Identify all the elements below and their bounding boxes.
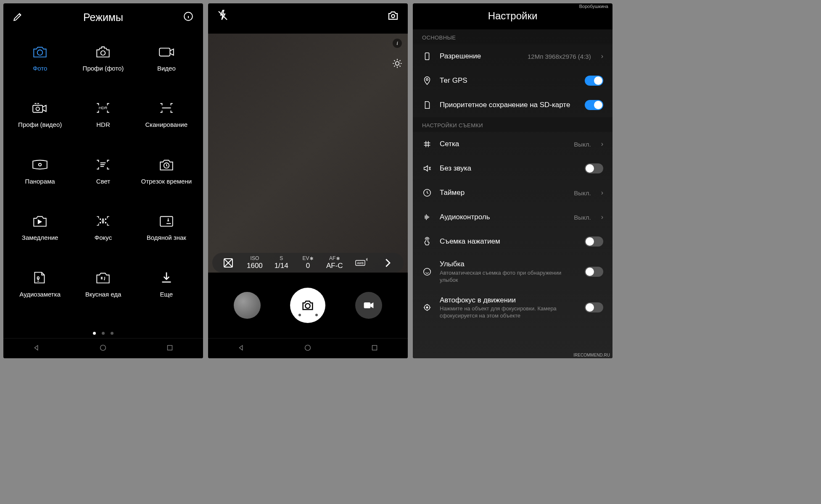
row-autofocus[interactable]: Автофокус в движенииНажмите на объект дл… bbox=[413, 290, 612, 326]
svg-point-21 bbox=[396, 62, 399, 66]
meter-mode[interactable] bbox=[216, 257, 240, 269]
pro-controls: ISO1600 S1/14 EV✻0 AF✻AF-C AWB✻ bbox=[212, 253, 404, 273]
row-timer[interactable]: Таймер Выкл.› bbox=[413, 181, 612, 205]
svg-point-7 bbox=[39, 163, 41, 166]
svg-text:AWB: AWB bbox=[357, 262, 364, 265]
grid-icon bbox=[422, 139, 432, 149]
pro-video-icon bbox=[31, 100, 49, 116]
mode-pro-video[interactable]: Профи (видео) bbox=[10, 99, 70, 148]
watermark-icon bbox=[158, 213, 175, 229]
svg-point-33 bbox=[424, 268, 431, 276]
toggle-sd[interactable] bbox=[585, 100, 603, 110]
mode-slowmo[interactable]: Замедление bbox=[10, 212, 70, 261]
mode-video[interactable]: Видео bbox=[137, 43, 196, 92]
camera-icon bbox=[31, 44, 49, 60]
row-silent[interactable]: Без звука bbox=[413, 156, 612, 181]
toggle-smile[interactable] bbox=[585, 267, 603, 277]
scan-icon bbox=[158, 100, 175, 116]
mode-pro-photo[interactable]: Профи (фото) bbox=[73, 43, 133, 92]
mode-hdr[interactable]: HDRHDR bbox=[73, 99, 133, 148]
pro-iso[interactable]: ISO1600 bbox=[243, 255, 266, 270]
shutter-button[interactable] bbox=[290, 288, 325, 323]
camera-topbar bbox=[208, 3, 408, 29]
panorama-icon bbox=[31, 157, 49, 173]
info-icon[interactable] bbox=[183, 11, 194, 24]
svg-point-14 bbox=[106, 222, 106, 223]
svg-rect-17 bbox=[37, 276, 39, 279]
target-icon bbox=[422, 303, 432, 312]
gallery-thumb[interactable] bbox=[234, 292, 261, 319]
location-icon bbox=[422, 76, 432, 85]
row-gps[interactable]: Тег GPS bbox=[413, 68, 612, 93]
pro-af[interactable]: AF✻AF-C bbox=[323, 255, 346, 270]
camera-dots bbox=[298, 314, 318, 316]
toggle-silent[interactable] bbox=[585, 163, 603, 173]
modes-screen: Режимы Фото Профи (фото) Видео Профи (ви… bbox=[3, 3, 203, 358]
svg-point-35 bbox=[426, 307, 428, 308]
mode-focus[interactable]: Фокус bbox=[73, 212, 133, 261]
hdr-icon: HDR bbox=[94, 100, 112, 116]
svg-point-5 bbox=[36, 107, 40, 110]
mode-photo[interactable]: Фото bbox=[10, 43, 70, 92]
chevron-right-icon: › bbox=[601, 213, 603, 221]
pro-shutter[interactable]: S1/14 bbox=[270, 255, 293, 270]
mode-watermark[interactable]: Водяной знак bbox=[137, 212, 196, 261]
audio-icon bbox=[422, 213, 432, 222]
svg-rect-29 bbox=[372, 345, 377, 350]
video-button[interactable] bbox=[355, 292, 382, 319]
mode-timelapse[interactable]: Отрезок времени bbox=[137, 156, 196, 205]
mute-icon bbox=[422, 164, 432, 173]
info-badge[interactable]: i bbox=[393, 39, 402, 48]
nav-recent-icon[interactable] bbox=[165, 343, 174, 354]
mode-audionote[interactable]: Аудиозаметка bbox=[10, 269, 70, 318]
switch-camera-icon[interactable] bbox=[387, 9, 399, 24]
camera-screen: i ISO1600 S1/14 EV✻0 AF✻AF-C AWB✻ Профи … bbox=[208, 3, 408, 358]
flash-off-icon[interactable] bbox=[216, 9, 229, 24]
tap-icon bbox=[422, 237, 432, 246]
toggle-gps[interactable] bbox=[585, 76, 603, 86]
row-audio[interactable]: Аудиоконтроль Выкл.› bbox=[413, 205, 612, 229]
mode-food[interactable]: Вкусная еда bbox=[73, 269, 133, 318]
resolution-icon bbox=[422, 52, 432, 61]
edit-icon[interactable] bbox=[13, 11, 24, 24]
row-smile[interactable]: УлыбкаАвтоматическая съемка фото при обн… bbox=[413, 254, 612, 290]
navbar bbox=[3, 338, 203, 358]
mode-more[interactable]: Еще bbox=[137, 269, 196, 318]
brightness-icon[interactable] bbox=[392, 58, 403, 71]
pro-more[interactable] bbox=[376, 257, 399, 269]
camera-bottombar bbox=[208, 273, 408, 338]
svg-rect-19 bbox=[167, 345, 172, 350]
settings-list[interactable]: ОСНОВНЫЕ Разрешение 12Мп 3968x2976 (4:3)… bbox=[413, 29, 612, 358]
clock-icon bbox=[422, 188, 432, 197]
row-sd[interactable]: Приоритетное сохранение на SD-карте bbox=[413, 93, 612, 117]
modes-grid: Фото Профи (фото) Видео Профи (видео) HD… bbox=[3, 31, 203, 329]
svg-point-31 bbox=[426, 79, 428, 81]
modes-title: Режимы bbox=[24, 11, 183, 24]
pro-awb[interactable]: AWB✻ bbox=[349, 257, 372, 269]
nav-back-icon[interactable] bbox=[32, 343, 41, 354]
svg-point-9 bbox=[100, 219, 101, 220]
video-icon bbox=[158, 44, 175, 60]
pro-camera-icon bbox=[94, 44, 112, 60]
audionote-icon bbox=[31, 270, 49, 286]
mode-light[interactable]: Свет bbox=[73, 156, 133, 205]
timelapse-icon bbox=[158, 157, 175, 173]
mode-scan[interactable]: Сканирование bbox=[137, 99, 196, 148]
svg-rect-4 bbox=[33, 105, 42, 113]
svg-point-28 bbox=[305, 345, 311, 350]
mode-panorama[interactable]: Панорама bbox=[10, 156, 70, 205]
nav-recent-icon[interactable] bbox=[370, 343, 379, 354]
pro-ev[interactable]: EV✻0 bbox=[296, 255, 319, 270]
nav-home-icon[interactable] bbox=[303, 343, 312, 354]
nav-home-icon[interactable] bbox=[98, 343, 108, 354]
svg-rect-3 bbox=[159, 48, 170, 56]
toggle-autofocus[interactable] bbox=[585, 302, 603, 312]
toggle-tap[interactable] bbox=[585, 236, 603, 247]
row-resolution[interactable]: Разрешение 12Мп 3968x2976 (4:3)› bbox=[413, 44, 612, 68]
svg-point-12 bbox=[100, 222, 101, 223]
row-grid[interactable]: Сетка Выкл.› bbox=[413, 132, 612, 156]
viewfinder[interactable]: i ISO1600 S1/14 EV✻0 AF✻AF-C AWB✻ Профи … bbox=[208, 34, 408, 273]
row-tap[interactable]: Съемка нажатием bbox=[413, 229, 612, 254]
nav-back-icon[interactable] bbox=[237, 343, 246, 354]
page-dots bbox=[3, 329, 203, 338]
